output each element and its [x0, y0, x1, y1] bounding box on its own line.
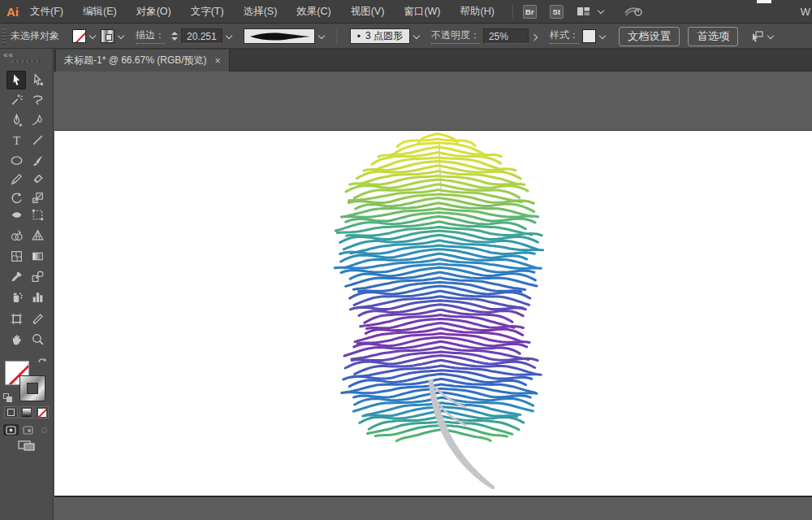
fill-color-swatch[interactable] — [72, 29, 86, 43]
illustrator-window: Ai 文件(F)编辑(E)对象(O)文字(T)选择(S)效果(C)视图(V)窗口… — [0, 0, 812, 520]
menu-item-0[interactable]: 文件(F) — [30, 5, 63, 19]
hand-tool[interactable] — [6, 330, 26, 349]
menu-item-5[interactable]: 效果(C) — [296, 5, 330, 19]
menu-item-4[interactable]: 选择(S) — [244, 5, 278, 19]
document-tab-title: 未标题-1* @ 66.67% (RGB/预览) — [64, 54, 207, 67]
curvature-pen-tool[interactable] — [28, 110, 47, 129]
default-fill-stroke-icon[interactable] — [3, 393, 13, 402]
none-button[interactable] — [35, 406, 49, 418]
free-transform-tool[interactable] — [28, 206, 47, 224]
panel-grip[interactable] — [11, 60, 41, 63]
type-tool[interactable]: T — [6, 131, 26, 150]
slice-tool[interactable] — [28, 310, 47, 328]
direct-selection-tool-icon — [31, 73, 45, 87]
symbol-sprayer-tool-icon — [10, 290, 24, 304]
paintbrush-tool[interactable] — [28, 151, 47, 170]
paintbrush-tool-icon — [31, 154, 45, 167]
artboard[interactable] — [54, 130, 812, 496]
eyedropper-tool[interactable] — [6, 267, 26, 286]
artboard-tool[interactable] — [6, 310, 26, 328]
curvature-pen-tool-icon — [31, 113, 45, 127]
cursor-panel-icon — [749, 30, 764, 43]
menu-item-7[interactable]: 窗口(W) — [404, 5, 440, 19]
draw-inside-button[interactable] — [37, 424, 52, 436]
mesh-tool[interactable] — [6, 247, 26, 266]
color-button[interactable] — [4, 406, 18, 418]
document-tab[interactable]: 未标题-1* @ 66.67% (RGB/预览) × — [55, 50, 230, 72]
brush-chevron-icon[interactable] — [412, 32, 421, 41]
hand-tool-icon — [10, 332, 24, 346]
zoom-tool[interactable] — [28, 330, 47, 349]
tools-panel: «« T — [0, 49, 54, 520]
stroke-indicator-gradient[interactable] — [19, 375, 45, 401]
menu-bar: Ai 文件(F)编辑(E)对象(O)文字(T)选择(S)效果(C)视图(V)窗口… — [0, 0, 812, 24]
stroke-weight-chevron-icon[interactable] — [225, 32, 233, 41]
style-label[interactable]: 样式： — [550, 28, 579, 44]
lasso-tool[interactable] — [28, 90, 47, 109]
column-graph-tool[interactable] — [28, 288, 47, 306]
cs-live-button[interactable] — [624, 5, 643, 18]
rotate-tool[interactable] — [6, 188, 26, 207]
direct-selection-tool[interactable] — [28, 71, 47, 89]
document-setup-button[interactable]: 文档设置 — [619, 27, 680, 46]
shape-builder-tool[interactable] — [6, 226, 26, 245]
scale-tool-icon — [31, 191, 45, 205]
ellipse-tool-icon — [10, 154, 24, 167]
fill-chevron-icon[interactable] — [89, 32, 97, 41]
swap-fill-stroke-icon[interactable] — [37, 356, 47, 366]
arrange-documents-icon — [577, 6, 590, 17]
brush-definition[interactable]: • 3 点圆形 — [350, 28, 410, 44]
divider — [336, 28, 337, 45]
draw-normal-button[interactable] — [3, 424, 19, 436]
eraser-tool[interactable] — [28, 170, 47, 188]
tool-hints-button[interactable] — [749, 30, 779, 43]
selection-tool[interactable] — [6, 71, 26, 89]
blend-tool[interactable] — [28, 267, 47, 286]
artboard-tool-icon — [10, 312, 24, 326]
stroke-weight-label[interactable]: 描边： — [136, 28, 165, 44]
menu-item-3[interactable]: 文字(T) — [191, 5, 224, 19]
symbol-sprayer-tool[interactable] — [6, 288, 26, 306]
opacity-panel-arrow-icon[interactable] — [531, 32, 539, 41]
opacity-label[interactable]: 不透明度： — [431, 28, 480, 44]
menu-separator — [512, 4, 513, 19]
magic-wand-tool[interactable] — [6, 90, 26, 109]
change-screen-mode-icon[interactable] — [17, 440, 37, 452]
blend-tool-icon — [31, 270, 45, 284]
arrange-documents-button[interactable] — [577, 6, 609, 17]
br-badge-button[interactable]: Br — [523, 5, 537, 19]
line-segment-tool[interactable] — [28, 131, 47, 150]
menu-item-2[interactable]: 对象(O) — [136, 5, 171, 19]
draw-behind-button[interactable] — [20, 424, 36, 436]
shape-builder-tool-icon — [10, 228, 24, 242]
stroke-weight-stepper[interactable] — [171, 32, 178, 41]
control-bar-grip[interactable] — [2, 28, 6, 45]
style-swatch[interactable] — [582, 29, 596, 43]
scale-tool[interactable] — [28, 188, 47, 207]
zoom-tool-icon — [31, 332, 45, 346]
stroke-chevron-icon[interactable] — [117, 32, 125, 41]
menu-item-6[interactable]: 视图(V) — [351, 5, 385, 19]
style-chevron-icon[interactable] — [598, 32, 607, 41]
opacity-value[interactable]: 25% — [483, 28, 529, 44]
gradient-tool[interactable] — [28, 247, 47, 266]
menu-item-8[interactable]: 帮助(H) — [460, 5, 495, 19]
width-tool[interactable] — [6, 206, 26, 224]
width-profile-preview[interactable] — [244, 28, 315, 44]
gradient-button[interactable] — [19, 406, 33, 418]
menu-item-1[interactable]: 编辑(E) — [83, 5, 117, 19]
perspective-grid-tool[interactable] — [28, 226, 47, 245]
preferences-button[interactable]: 首选项 — [688, 27, 738, 46]
type-tool-icon: T — [10, 133, 24, 147]
stroke-weight-value[interactable]: 20.251 — [181, 28, 222, 44]
stroke-color-swatch[interactable] — [101, 29, 114, 43]
canvas-area[interactable]: jingyan.baidu.com — [54, 72, 812, 520]
pen-tool-icon — [10, 113, 24, 127]
ellipse-tool[interactable] — [6, 151, 26, 170]
st-badge-button[interactable]: St — [550, 5, 564, 19]
tab-close-icon[interactable]: × — [215, 56, 221, 66]
pen-tool[interactable] — [6, 110, 26, 129]
width-profile-chevron-icon[interactable] — [317, 32, 326, 41]
collapse-panel-icon[interactable]: «« — [3, 50, 14, 59]
pencil-tool[interactable] — [6, 170, 26, 188]
